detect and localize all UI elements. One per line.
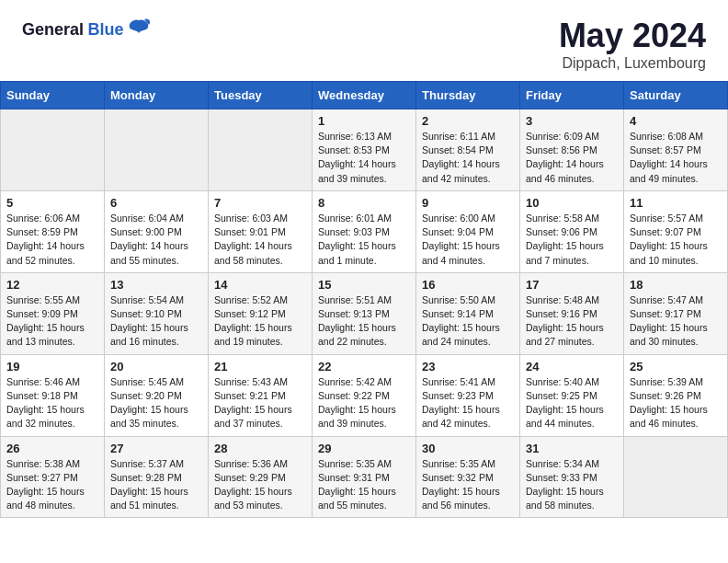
day-info: Sunrise: 5:37 AM Sunset: 9:28 PM Dayligh… [110, 457, 202, 513]
calendar-cell: 11Sunrise: 5:57 AM Sunset: 9:07 PM Dayli… [624, 190, 728, 272]
calendar-cell: 15Sunrise: 5:51 AM Sunset: 9:13 PM Dayli… [313, 272, 416, 354]
day-info: Sunrise: 5:35 AM Sunset: 9:31 PM Dayligh… [318, 457, 410, 513]
day-info: Sunrise: 6:03 AM Sunset: 9:01 PM Dayligh… [214, 212, 306, 268]
logo-text: General Blue [22, 20, 124, 40]
day-info: Sunrise: 5:48 AM Sunset: 9:16 PM Dayligh… [526, 293, 618, 350]
logo-general-text: General [22, 20, 84, 39]
day-info: Sunrise: 6:08 AM Sunset: 8:57 PM Dayligh… [630, 130, 722, 186]
day-number: 7 [214, 196, 306, 210]
day-number: 12 [6, 278, 98, 292]
calendar-week-2: 5Sunrise: 6:06 AM Sunset: 8:59 PM Daylig… [1, 190, 728, 272]
day-info: Sunrise: 5:39 AM Sunset: 9:26 PM Dayligh… [630, 375, 722, 431]
day-info: Sunrise: 5:47 AM Sunset: 9:17 PM Dayligh… [630, 293, 722, 350]
day-info: Sunrise: 5:43 AM Sunset: 9:21 PM Dayligh… [214, 375, 306, 431]
day-number: 18 [630, 278, 722, 292]
day-info: Sunrise: 5:45 AM Sunset: 9:20 PM Dayligh… [110, 375, 202, 431]
calendar-cell: 8Sunrise: 6:01 AM Sunset: 9:03 PM Daylig… [313, 190, 416, 272]
logo-blue-text: Blue [88, 20, 124, 39]
calendar-cell: 25Sunrise: 5:39 AM Sunset: 9:26 PM Dayli… [624, 354, 728, 436]
day-info: Sunrise: 5:55 AM Sunset: 9:09 PM Dayligh… [6, 293, 98, 350]
day-number: 20 [110, 360, 202, 373]
day-info: Sunrise: 5:52 AM Sunset: 9:12 PM Dayligh… [214, 293, 306, 350]
day-number: 22 [318, 360, 410, 373]
day-number: 13 [110, 278, 202, 292]
calendar-cell: 9Sunrise: 6:00 AM Sunset: 9:04 PM Daylig… [416, 190, 520, 272]
calendar-cell: 1Sunrise: 6:13 AM Sunset: 8:53 PM Daylig… [313, 109, 416, 191]
day-info: Sunrise: 5:41 AM Sunset: 9:23 PM Dayligh… [422, 375, 514, 431]
day-info: Sunrise: 6:11 AM Sunset: 8:54 PM Dayligh… [422, 130, 514, 186]
day-number: 27 [110, 442, 202, 455]
day-number: 8 [318, 196, 410, 210]
calendar-subtitle: Dippach, Luxembourg [559, 55, 706, 72]
day-number: 28 [214, 442, 306, 455]
calendar-cell [105, 109, 209, 191]
day-number: 2 [422, 114, 514, 128]
calendar-cell: 24Sunrise: 5:40 AM Sunset: 9:25 PM Dayli… [520, 354, 624, 436]
calendar-cell: 23Sunrise: 5:41 AM Sunset: 9:23 PM Dayli… [416, 354, 520, 436]
calendar-cell: 2Sunrise: 6:11 AM Sunset: 8:54 PM Daylig… [416, 109, 520, 191]
day-number: 6 [110, 196, 202, 210]
day-number: 17 [526, 278, 618, 292]
day-number: 24 [526, 360, 618, 373]
day-info: Sunrise: 5:54 AM Sunset: 9:10 PM Dayligh… [110, 293, 202, 350]
day-number: 4 [630, 114, 722, 128]
day-info: Sunrise: 5:38 AM Sunset: 9:27 PM Dayligh… [6, 457, 98, 513]
calendar-cell: 19Sunrise: 5:46 AM Sunset: 9:18 PM Dayli… [1, 354, 105, 436]
title-area: May 2024 Dippach, Luxembourg [559, 17, 706, 72]
weekday-header-wednesday: Wednesday [313, 82, 416, 109]
day-number: 23 [422, 360, 514, 373]
calendar-cell: 4Sunrise: 6:08 AM Sunset: 8:57 PM Daylig… [624, 109, 728, 191]
calendar-cell: 31Sunrise: 5:34 AM Sunset: 9:33 PM Dayli… [520, 436, 624, 518]
day-info: Sunrise: 6:00 AM Sunset: 9:04 PM Dayligh… [422, 212, 514, 268]
day-number: 25 [630, 360, 722, 373]
day-number: 15 [318, 278, 410, 292]
page-header: General Blue May 2024 Dippach, Luxembour… [0, 0, 728, 81]
day-number: 11 [630, 196, 722, 210]
calendar-cell [209, 109, 313, 191]
day-info: Sunrise: 5:42 AM Sunset: 9:22 PM Dayligh… [318, 375, 410, 431]
calendar-cell [624, 436, 728, 518]
calendar-cell: 30Sunrise: 5:35 AM Sunset: 9:32 PM Dayli… [416, 436, 520, 518]
calendar-cell: 21Sunrise: 5:43 AM Sunset: 9:21 PM Dayli… [209, 354, 313, 436]
logo: General Blue [22, 17, 152, 42]
day-number: 9 [422, 196, 514, 210]
calendar-cell: 26Sunrise: 5:38 AM Sunset: 9:27 PM Dayli… [1, 436, 105, 518]
calendar-week-5: 26Sunrise: 5:38 AM Sunset: 9:27 PM Dayli… [1, 436, 728, 518]
calendar-cell: 10Sunrise: 5:58 AM Sunset: 9:06 PM Dayli… [520, 190, 624, 272]
day-number: 3 [526, 114, 618, 128]
day-info: Sunrise: 5:35 AM Sunset: 9:32 PM Dayligh… [422, 457, 514, 513]
calendar-cell: 17Sunrise: 5:48 AM Sunset: 9:16 PM Dayli… [520, 272, 624, 354]
calendar-cell: 18Sunrise: 5:47 AM Sunset: 9:17 PM Dayli… [624, 272, 728, 354]
weekday-header-tuesday: Tuesday [209, 82, 313, 109]
calendar-cell: 3Sunrise: 6:09 AM Sunset: 8:56 PM Daylig… [520, 109, 624, 191]
day-info: Sunrise: 6:01 AM Sunset: 9:03 PM Dayligh… [318, 212, 410, 268]
day-info: Sunrise: 6:06 AM Sunset: 8:59 PM Dayligh… [6, 212, 98, 268]
day-number: 16 [422, 278, 514, 292]
weekday-header-sunday: Sunday [1, 82, 105, 109]
calendar-cell: 28Sunrise: 5:36 AM Sunset: 9:29 PM Dayli… [209, 436, 313, 518]
day-number: 30 [422, 442, 514, 455]
logo-bird-icon [126, 17, 152, 42]
day-info: Sunrise: 5:50 AM Sunset: 9:14 PM Dayligh… [422, 293, 514, 350]
calendar-cell: 20Sunrise: 5:45 AM Sunset: 9:20 PM Dayli… [105, 354, 209, 436]
calendar-cell: 29Sunrise: 5:35 AM Sunset: 9:31 PM Dayli… [313, 436, 416, 518]
calendar-week-1: 1Sunrise: 6:13 AM Sunset: 8:53 PM Daylig… [1, 109, 728, 191]
weekday-header-monday: Monday [105, 82, 209, 109]
calendar-cell: 7Sunrise: 6:03 AM Sunset: 9:01 PM Daylig… [209, 190, 313, 272]
calendar-cell [1, 109, 105, 191]
calendar-cell: 12Sunrise: 5:55 AM Sunset: 9:09 PM Dayli… [1, 272, 105, 354]
calendar-week-3: 12Sunrise: 5:55 AM Sunset: 9:09 PM Dayli… [1, 272, 728, 354]
day-number: 19 [6, 360, 98, 373]
calendar-cell: 22Sunrise: 5:42 AM Sunset: 9:22 PM Dayli… [313, 354, 416, 436]
day-number: 26 [6, 442, 98, 455]
day-number: 29 [318, 442, 410, 455]
calendar-cell: 16Sunrise: 5:50 AM Sunset: 9:14 PM Dayli… [416, 272, 520, 354]
calendar-cell: 5Sunrise: 6:06 AM Sunset: 8:59 PM Daylig… [1, 190, 105, 272]
day-info: Sunrise: 5:57 AM Sunset: 9:07 PM Dayligh… [630, 212, 722, 268]
calendar-cell: 14Sunrise: 5:52 AM Sunset: 9:12 PM Dayli… [209, 272, 313, 354]
calendar-table: SundayMondayTuesdayWednesdayThursdayFrid… [0, 81, 728, 518]
calendar-title: May 2024 [559, 17, 706, 55]
day-info: Sunrise: 5:58 AM Sunset: 9:06 PM Dayligh… [526, 212, 618, 268]
day-info: Sunrise: 6:13 AM Sunset: 8:53 PM Dayligh… [318, 130, 410, 186]
day-number: 10 [526, 196, 618, 210]
